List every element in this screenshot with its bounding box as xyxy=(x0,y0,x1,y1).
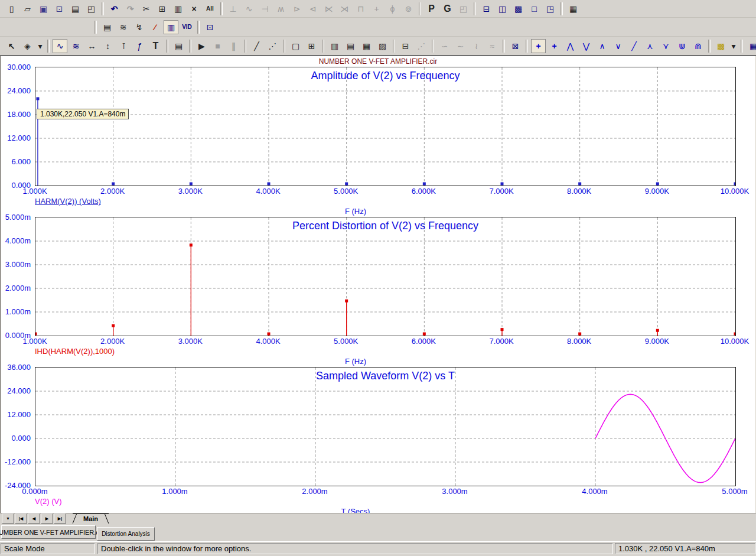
model-dropdown-icon[interactable]: ▾ xyxy=(729,39,738,53)
cut-icon[interactable]: ✂ xyxy=(139,2,154,16)
x-tick-label: 5.000K xyxy=(334,187,358,196)
page-nav-buttons: ▼|◀◀▶▶| xyxy=(2,513,67,524)
next-page-button[interactable]: ▶ xyxy=(41,513,53,524)
copy-icon[interactable]: ⊞ xyxy=(155,2,170,16)
scale-mode-icon[interactable]: ∿ xyxy=(53,39,67,53)
info-page-icon: ◰ xyxy=(456,2,471,16)
toolbar-separator xyxy=(741,40,743,53)
pulse-source-icon: ⊓ xyxy=(353,2,368,16)
screwdriver-icon[interactable]: ∕ xyxy=(148,20,162,34)
local-peak-icon[interactable]: ∧ xyxy=(595,39,610,53)
component-panel-icon[interactable]: ▤ xyxy=(100,20,115,34)
line-mode-icon[interactable]: ╱ xyxy=(249,39,264,53)
tile-vertical-icon[interactable]: ◫ xyxy=(495,2,510,16)
waveform-plot-area[interactable]: Sampled Waveform V(2) vs T xyxy=(35,367,736,486)
component-dropdown-icon[interactable]: ▾ xyxy=(36,39,44,53)
capacitor-icon: ⊣ xyxy=(258,2,272,16)
run-icon[interactable]: ▶ xyxy=(194,39,209,53)
vertical-stripes-icon[interactable]: ▥ xyxy=(327,39,342,53)
value-tag-icon[interactable]: ⊺ xyxy=(116,39,131,53)
undo-icon[interactable]: ↶ xyxy=(107,2,122,16)
mosfet-icon: ⋊ xyxy=(337,2,352,16)
paste-icon[interactable]: ▥ xyxy=(171,2,185,16)
inflection-up-icon[interactable]: ⋏ xyxy=(643,39,657,53)
data-point-marker xyxy=(35,333,37,336)
vertical-measure-icon[interactable]: ↕ xyxy=(100,39,115,53)
cascade-windows-icon[interactable]: ▩ xyxy=(511,2,526,16)
probe-icon[interactable]: ↯ xyxy=(132,20,146,34)
distortion-plot-area[interactable]: Percent Distortion of V(2) vs Frequency xyxy=(35,217,736,336)
data-points-icon[interactable]: ▢ xyxy=(288,39,303,53)
tab-circuit-file[interactable]: NUMBER ONE V-FET AMPLIFIER.cir xyxy=(1,525,96,539)
data-point-marker xyxy=(268,183,271,186)
dense-grid-icon[interactable]: ▦ xyxy=(359,39,374,53)
document-tab-bar: NUMBER ONE V-FET AMPLIFIER.cir Distortio… xyxy=(0,524,756,541)
distortion-legend[interactable]: IHD(HARM(V(2)),1000) xyxy=(35,347,115,356)
text-mode-icon[interactable]: T xyxy=(148,39,163,53)
dynamic-ac-icon[interactable]: VID xyxy=(180,20,194,34)
g-tool-icon[interactable]: G xyxy=(440,2,455,16)
local-valley-icon[interactable]: ∨ xyxy=(611,39,625,53)
first-page-button[interactable]: |◀ xyxy=(15,513,27,524)
new-file-icon[interactable]: ▯ xyxy=(4,2,19,16)
track-right-cursor-icon[interactable]: + xyxy=(547,39,562,53)
save-to-disk-icon[interactable]: ⊡ xyxy=(52,2,67,16)
global-low-icon[interactable]: ⋓ xyxy=(674,39,689,53)
dotted-grid-icon[interactable]: ▨ xyxy=(375,39,390,53)
analysis-plot-window[interactable]: NUMBER ONE V-FET AMPLIFIER.cir Amplitude… xyxy=(0,56,756,513)
calculator-icon[interactable]: ▦ xyxy=(566,2,581,16)
slope-cursor-icon[interactable]: ╱ xyxy=(627,39,641,53)
waveform-legend[interactable]: V(2) (V) xyxy=(35,497,62,506)
inflection-down-icon[interactable]: ⋎ xyxy=(659,39,673,53)
peak-icon[interactable]: ⋀ xyxy=(563,39,578,53)
diode-icon: ⊳ xyxy=(289,2,304,16)
plot-properties-icon[interactable]: ⊠ xyxy=(508,39,523,53)
data-point-marker xyxy=(578,333,581,336)
x-tick-label: 2.000K xyxy=(100,337,125,346)
prev-page-button[interactable]: ◀ xyxy=(28,513,40,524)
print-preview-icon[interactable]: ◰ xyxy=(84,2,99,16)
horizontal-stripes-icon[interactable]: ▤ xyxy=(343,39,358,53)
formula-text-icon[interactable]: ƒ xyxy=(132,39,147,53)
save-file-icon[interactable]: ▣ xyxy=(36,2,51,16)
sine-source-icon: ⊚ xyxy=(401,2,416,16)
waveform-chart: Sampled Waveform V(2) vs T 0.000m1.000m2… xyxy=(1,367,755,521)
last-page-button[interactable]: ▶| xyxy=(54,513,66,524)
model-box-icon[interactable]: ▩ xyxy=(713,39,728,53)
amplitude-legend[interactable]: HARM(V(2)) (Volts) xyxy=(35,197,101,206)
open-file-icon[interactable]: ▱ xyxy=(20,2,35,16)
page-tab-main[interactable]: Main xyxy=(73,513,109,524)
print-icon[interactable]: ▤ xyxy=(68,2,83,16)
data-point-marker xyxy=(190,183,193,186)
numeric-output-icon[interactable]: ▦ xyxy=(746,39,756,53)
tab-distortion-analysis[interactable]: Distortion Analysis xyxy=(97,527,155,541)
track-left-cursor-icon[interactable]: + xyxy=(531,39,546,53)
inductor-icon: ʍ xyxy=(273,2,288,16)
polyline-mode-icon[interactable]: ⋰ xyxy=(265,39,280,53)
amplitude-plot-area[interactable]: Amplitude of V(2) vs Frequency 1.030K,22… xyxy=(35,67,736,186)
analysis-waveforms-icon[interactable]: ≋ xyxy=(116,20,131,34)
properties-icon[interactable]: ▤ xyxy=(171,39,186,53)
page-list-button[interactable]: ▼ xyxy=(2,513,14,524)
delete-icon[interactable]: × xyxy=(187,2,201,16)
toolbar-separator xyxy=(166,40,168,53)
grid-icon[interactable]: ⊞ xyxy=(304,39,319,53)
y-tick-label: 12.000 xyxy=(1,134,31,142)
toolbar-separator xyxy=(419,2,421,15)
window-blank-icon[interactable]: □ xyxy=(527,2,542,16)
component-mode-icon[interactable]: ◈ xyxy=(20,39,35,53)
p-tool-icon[interactable]: P xyxy=(424,2,439,16)
select-all-icon[interactable]: All xyxy=(203,2,217,16)
toolbar-separator xyxy=(189,40,191,53)
select-mode-icon[interactable]: ↖ xyxy=(4,39,19,53)
split-plot-icon[interactable]: ⊟ xyxy=(398,39,413,53)
window-corner-icon[interactable]: ◳ xyxy=(543,2,558,16)
scope-icon[interactable]: ⊡ xyxy=(203,20,217,34)
tile-horizontal-icon[interactable]: ⊟ xyxy=(479,2,494,16)
valley-icon[interactable]: ⋁ xyxy=(579,39,594,53)
redo-icon: ↷ xyxy=(123,2,138,16)
global-high-icon[interactable]: ⋒ xyxy=(690,39,705,53)
cursor-mode-icon[interactable]: ≋ xyxy=(69,39,83,53)
horizontal-measure-icon[interactable]: ↔ xyxy=(84,39,99,53)
analysis-plot-icon[interactable]: ▥ xyxy=(164,20,178,34)
